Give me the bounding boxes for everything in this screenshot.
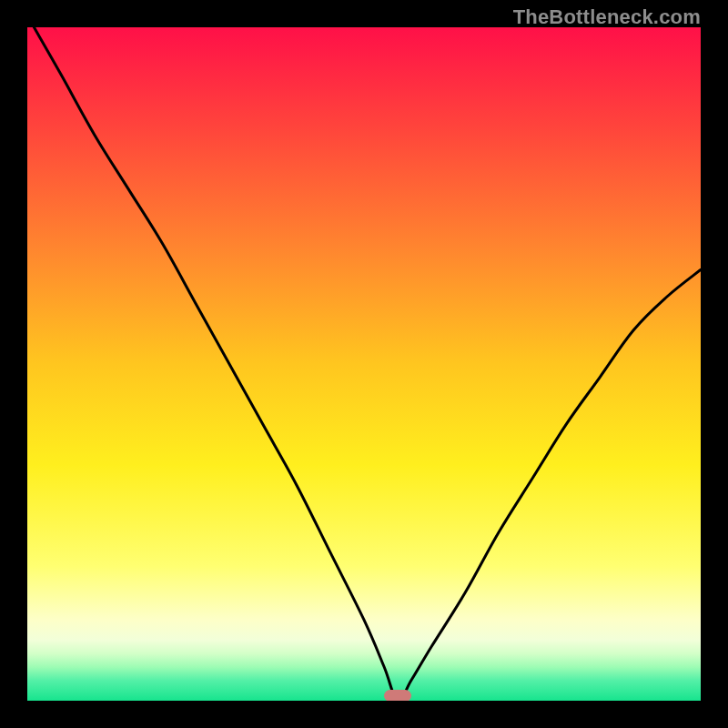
watermark-label: TheBottleneck.com [513,5,701,29]
plot-area [27,27,701,701]
chart-frame: TheBottleneck.com [0,0,728,728]
minimum-marker [384,690,411,701]
bottleneck-curve [27,27,701,701]
